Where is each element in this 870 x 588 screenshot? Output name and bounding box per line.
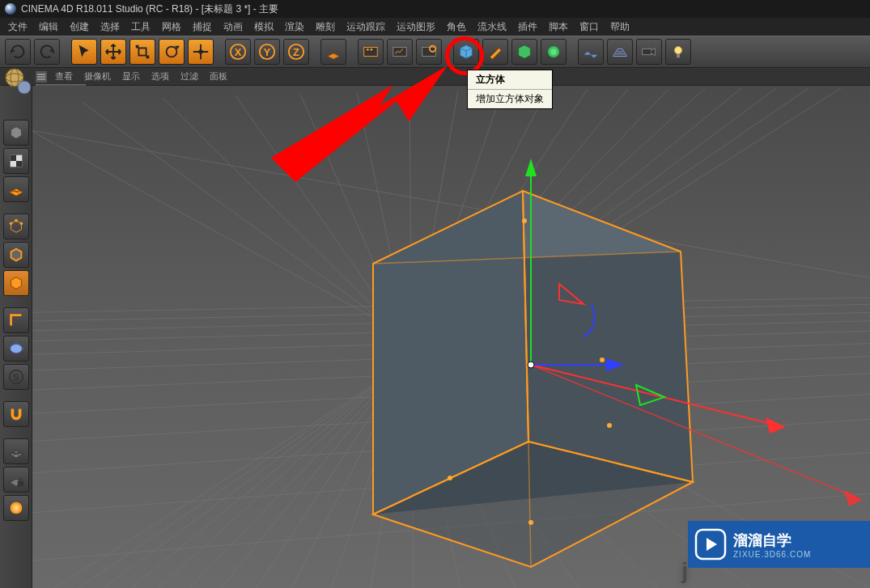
sep <box>63 39 68 65</box>
svg-point-31 <box>19 222 23 226</box>
sep <box>350 39 354 65</box>
menu-pipeline[interactable]: 流水线 <box>473 19 511 36</box>
menu-edit[interactable]: 编辑 <box>34 19 63 36</box>
select-tool-button[interactable] <box>71 39 97 65</box>
vp-menu-display[interactable]: 显示 <box>119 69 143 84</box>
coord-system-button[interactable] <box>320 39 346 65</box>
viewport-header: 查看 摄像机 显示 选项 过滤 面板 透视视图 <box>0 68 870 86</box>
tweak-tool-button[interactable] <box>3 336 29 362</box>
axis-y-button[interactable]: Y <box>254 39 280 65</box>
axis-tool-button[interactable] <box>3 307 29 333</box>
menu-mograph[interactable]: 运动图形 <box>392 19 440 36</box>
svg-rect-11 <box>364 48 378 57</box>
svg-point-33 <box>10 345 22 353</box>
snap-toggle-button[interactable]: S <box>3 364 29 390</box>
menu-window[interactable]: 窗口 <box>575 19 604 36</box>
deformer-button[interactable] <box>541 39 567 65</box>
menu-simulate[interactable]: 模拟 <box>249 19 278 36</box>
vp-menu-view[interactable]: 查看 <box>52 69 76 84</box>
model-mode-button[interactable] <box>3 148 29 174</box>
svg-rect-29 <box>16 161 22 167</box>
spline-pen-button[interactable] <box>482 39 508 65</box>
menu-tracker[interactable]: 运动跟踪 <box>342 19 390 36</box>
magnet-button[interactable] <box>3 401 29 427</box>
sep <box>570 39 575 65</box>
svg-point-18 <box>550 49 556 54</box>
locked-workplane-button[interactable] <box>3 467 29 493</box>
render-view-button[interactable] <box>358 39 384 65</box>
generator-button[interactable] <box>511 39 537 65</box>
isoline-button[interactable] <box>3 495 29 521</box>
render-settings-button[interactable] <box>416 39 442 65</box>
undo-button[interactable] <box>5 39 31 65</box>
camera-button[interactable] <box>636 39 662 65</box>
workplane-button[interactable] <box>3 438 29 464</box>
menu-snap[interactable]: 捕捉 <box>188 19 217 36</box>
vp-menu-filter[interactable]: 过滤 <box>177 69 202 84</box>
svg-point-4 <box>198 49 203 54</box>
point-mode-button[interactable] <box>3 214 29 239</box>
menu-plugin[interactable]: 插件 <box>513 19 542 36</box>
menu-mesh[interactable]: 网格 <box>157 19 186 36</box>
svg-point-12 <box>367 49 369 51</box>
menu-select[interactable]: 选择 <box>95 19 125 36</box>
vp-menu-options[interactable]: 选项 <box>148 69 172 84</box>
move-tool-button[interactable] <box>100 39 126 65</box>
tooltip-body: 增加立方体对象 <box>468 90 552 108</box>
sep <box>445 39 450 65</box>
rotate-tool-button[interactable] <box>159 39 185 65</box>
svg-point-40 <box>522 218 527 223</box>
polygon-mode-button[interactable] <box>3 270 29 296</box>
svg-point-43 <box>448 476 452 480</box>
edge-mode-button[interactable] <box>3 242 29 268</box>
svg-point-13 <box>371 49 373 51</box>
last-tool-button[interactable] <box>188 39 214 65</box>
axis-x-button[interactable]: X <box>225 39 251 65</box>
sep <box>312 39 317 65</box>
light-button[interactable] <box>665 39 691 65</box>
menu-help[interactable]: 帮助 <box>605 19 634 36</box>
menu-sculpt[interactable]: 雕刻 <box>311 19 340 36</box>
menu-file[interactable]: 文件 <box>3 19 32 36</box>
play-icon <box>694 528 727 561</box>
menu-animate[interactable]: 动画 <box>219 19 248 36</box>
svg-point-41 <box>600 357 605 362</box>
add-cube-button[interactable] <box>453 39 479 65</box>
menu-script[interactable]: 脚本 <box>544 19 573 36</box>
texture-mode-button[interactable] <box>3 176 29 202</box>
svg-rect-28 <box>10 155 15 161</box>
render-picture-button[interactable] <box>387 39 413 65</box>
menu-character[interactable]: 角色 <box>442 19 471 36</box>
svg-text:Y: Y <box>264 46 271 58</box>
environment-button[interactable] <box>578 39 604 65</box>
scale-tool-button[interactable] <box>129 39 155 65</box>
svg-point-39 <box>15 506 18 510</box>
svg-text:X: X <box>235 46 242 58</box>
svg-rect-0 <box>138 48 146 55</box>
sep <box>217 39 222 65</box>
svg-rect-19 <box>643 49 651 54</box>
menu-render[interactable]: 渲染 <box>280 19 309 36</box>
menu-tool[interactable]: 工具 <box>126 19 155 36</box>
main-toolbar: X Y Z <box>0 36 870 68</box>
window-title: CINEMA 4D R18.011 Studio (RC - R18) - [未… <box>21 2 278 16</box>
viewport-3d[interactable] <box>32 86 870 588</box>
axis-z-button[interactable]: Z <box>283 39 309 65</box>
title-bar: CINEMA 4D R18.011 Studio (RC - R18) - [未… <box>0 0 870 18</box>
svg-text:S: S <box>13 372 19 383</box>
viewport-menu-icon[interactable] <box>36 71 47 82</box>
scene-canvas <box>32 86 870 588</box>
make-editable-button[interactable] <box>3 120 29 146</box>
tooltip-title: 立方体 <box>468 70 552 90</box>
svg-point-49 <box>528 362 534 368</box>
svg-text:Z: Z <box>293 46 299 58</box>
watermark-badge: 溜溜自学 ZIXUE.3D66.COM <box>688 521 870 568</box>
cube-face-front-right <box>523 191 693 482</box>
vp-menu-panel[interactable]: 面板 <box>206 69 231 84</box>
svg-rect-21 <box>677 54 680 58</box>
viewport-globe-icon <box>3 66 32 95</box>
menu-create[interactable]: 创建 <box>65 19 94 36</box>
redo-button[interactable] <box>34 39 60 65</box>
floor-button[interactable] <box>607 39 633 65</box>
vp-menu-camera[interactable]: 摄像机 <box>81 69 114 84</box>
